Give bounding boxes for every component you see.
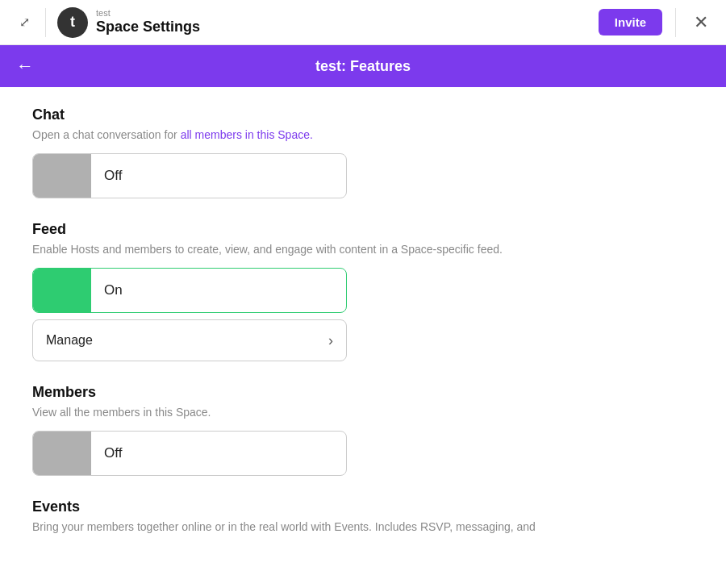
members-title: Members	[32, 384, 694, 401]
chat-desc-highlight: all members in this Space.	[181, 128, 313, 141]
chat-title: Chat	[32, 106, 694, 123]
manage-label: Manage	[46, 333, 328, 348]
chat-section: Chat Open a chat conversation for all me…	[32, 106, 694, 198]
banner: ← test: Features	[0, 45, 726, 87]
chat-toggle-indicator	[33, 154, 91, 198]
members-toggle[interactable]: Off	[32, 431, 347, 476]
back-button[interactable]: ←	[16, 56, 34, 77]
expand-icon[interactable]: ⤢	[13, 11, 35, 34]
page-title: Space Settings	[96, 19, 599, 36]
header-actions: Invite ✕	[599, 8, 713, 37]
invite-button[interactable]: Invite	[599, 9, 662, 35]
feed-toggle-label: On	[91, 269, 346, 312]
events-desc: Bring your members together online or in…	[32, 519, 694, 536]
header: ⤢ t test Space Settings Invite ✕	[0, 0, 726, 45]
close-icon[interactable]: ✕	[689, 9, 713, 36]
feed-title: Feed	[32, 221, 694, 238]
feed-section: Feed Enable Hosts and members to create,…	[32, 221, 694, 361]
members-desc: View all the members in this Space.	[32, 404, 694, 421]
feed-desc: Enable Hosts and members to create, view…	[32, 241, 694, 258]
manage-chevron-icon: ›	[328, 332, 333, 349]
header-subtitle: test	[96, 8, 599, 19]
avatar: t	[57, 7, 88, 38]
header-divider-right	[675, 8, 676, 37]
members-toggle-label: Off	[91, 432, 346, 475]
title-block: test Space Settings	[96, 8, 599, 36]
events-title: Events	[32, 498, 694, 515]
chat-toggle-label: Off	[91, 154, 346, 198]
feed-toggle[interactable]: On	[32, 268, 347, 313]
members-toggle-indicator	[33, 432, 91, 475]
banner-title: test: Features	[315, 58, 411, 75]
events-section: Events Bring your members together onlin…	[32, 498, 694, 536]
chat-desc: Open a chat conversation for all members…	[32, 127, 694, 144]
feed-toggle-indicator	[33, 269, 91, 312]
feed-manage-button[interactable]: Manage ›	[32, 319, 347, 361]
members-section: Members View all the members in this Spa…	[32, 384, 694, 476]
chat-toggle[interactable]: Off	[32, 153, 347, 198]
content-area: Chat Open a chat conversation for all me…	[0, 87, 726, 565]
header-divider-left	[45, 8, 46, 37]
